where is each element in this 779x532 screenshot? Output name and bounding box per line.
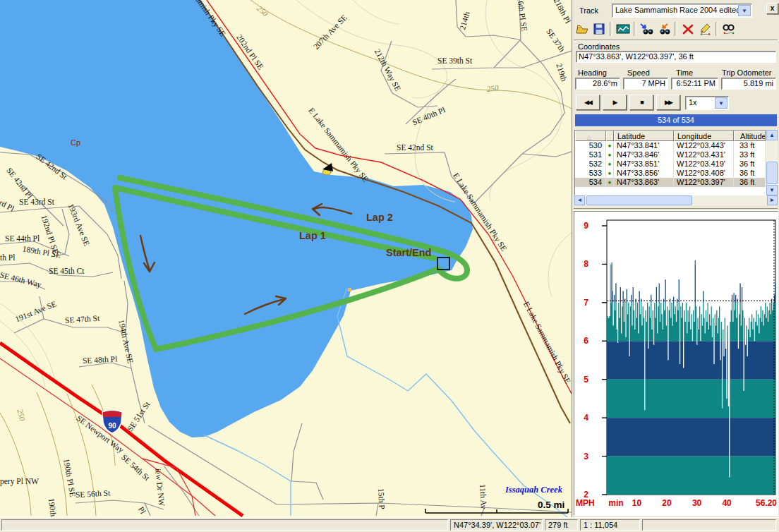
table-vertical-scrollbar[interactable]: ▲ ▼ — [766, 130, 778, 195]
profile-chart-button[interactable] — [615, 21, 632, 37]
toolbar-separator — [675, 22, 677, 36]
water-label: Issaquah Creek — [505, 485, 562, 494]
waypoint-marker-icon: ● — [606, 169, 614, 178]
track-toolbar — [574, 20, 737, 38]
street-label: SE 42nd St — [397, 143, 433, 152]
close-panel-button[interactable]: x — [766, 3, 778, 14]
find-point-button[interactable] — [720, 21, 737, 37]
cell-altitude: 36 ft — [734, 169, 766, 178]
street-label: SE 47th St — [65, 314, 100, 325]
step-back-button[interactable]: ◀◀ — [576, 95, 600, 110]
coordinates-label: Coordinates — [578, 42, 620, 51]
street-label: 190th — [47, 497, 58, 516]
table-row[interactable]: 531●N47°33.846'W122°03.431'33 ft — [575, 150, 766, 159]
scroll-left-icon[interactable]: ◄ — [574, 195, 585, 205]
table-horizontal-scrollbar[interactable]: ◄ ► — [574, 195, 778, 205]
cell-altitude: 36 ft — [734, 178, 766, 187]
map-labels-layer: E Lake Sammamish Pky SE202nd Pl SE207th … — [0, 0, 572, 517]
step-forward-button[interactable]: ▶▶ — [656, 95, 680, 110]
street-label: E Lake Sammamish Pky SE — [168, 0, 227, 38]
delete-point-icon — [682, 23, 694, 35]
contour-label: 250 — [486, 83, 499, 93]
play-button[interactable]: ▶ — [603, 95, 627, 110]
heading-label: Heading — [578, 68, 607, 77]
track-combobox[interactable]: Lake Sammamish Race 2004 edited ▼ — [612, 4, 752, 18]
waypoint-marker-icon: ● — [606, 178, 614, 187]
speed-area-band — [607, 457, 775, 495]
column-header-index[interactable]: △ — [575, 131, 606, 141]
street-label: SE 56th St — [76, 488, 111, 499]
waypoint-marker-icon: ● — [606, 150, 614, 159]
jump-to-end-button[interactable] — [656, 21, 672, 37]
street-label: SE 44th Pl — [5, 234, 40, 243]
street-label: 212th Way SE — [373, 47, 403, 92]
street-label: 202nd Pl SE — [235, 33, 265, 71]
map-canvas[interactable]: 90 E Lake Sammamish Pky SE202nd Pl SE207… — [0, 0, 572, 517]
contour-label: 250 — [255, 4, 270, 18]
column-header-marker[interactable] — [606, 131, 614, 141]
y-axis-label: 4 — [584, 413, 588, 423]
street-label: 214th — [458, 11, 471, 30]
cell-longitude: W122°03.419' — [674, 159, 734, 169]
toolbar-separator — [715, 22, 718, 36]
street-label: 219th — [555, 62, 569, 83]
delete-point-button[interactable] — [680, 21, 696, 37]
table-row[interactable]: 534●N47°33.863'W122°03.397'36 ft — [575, 178, 766, 187]
street-label: SE 54th St — [120, 453, 152, 483]
street-label: E Lake Sammamish Pky SE — [307, 106, 370, 183]
chevron-down-icon[interactable]: ▼ — [738, 5, 751, 16]
x-axis-label: 20 — [662, 498, 672, 508]
chevron-down-icon[interactable]: ▼ — [715, 97, 727, 109]
time-value: 6:52:11 PM — [671, 78, 718, 90]
playback-speed-combobox[interactable]: 1x ▼ — [685, 96, 729, 110]
street-label: SE 40th Pl — [411, 105, 447, 126]
y-axis-label: 8 — [584, 259, 588, 269]
edit-track-button[interactable] — [696, 21, 713, 37]
vertical-scroll-thumb[interactable] — [766, 162, 778, 184]
cell-longitude: W122°03.408' — [674, 169, 734, 178]
trackpoint-table[interactable]: △LatitudeLongitudeAltitude530●N47°33.841… — [574, 130, 766, 195]
odometer-value: 5.819 mi — [721, 78, 776, 90]
open-track-button[interactable] — [574, 21, 591, 37]
x-axis-label: 30 — [692, 498, 702, 508]
street-label: 207th Ave SE — [312, 13, 349, 51]
table-row[interactable]: 532●N47°33.851'W122°03.419'36 ft — [575, 159, 766, 169]
column-header-Altitude[interactable]: Altitude — [734, 131, 766, 141]
street-label: th Pl — [0, 253, 15, 262]
toolbar-separator — [634, 22, 636, 36]
column-header-Longitude[interactable]: Longitude — [674, 131, 734, 141]
street-label: 15th P — [377, 488, 387, 509]
cell-index: 531 — [575, 150, 606, 159]
jump-to-start-button[interactable] — [639, 21, 656, 37]
jump-to-start-icon — [639, 23, 655, 35]
y-axis-label: 6 — [584, 336, 588, 346]
street-label: 216th Pl SE — [515, 0, 529, 32]
column-header-Latitude[interactable]: Latitude — [614, 131, 674, 141]
speed-area-band — [607, 418, 775, 456]
scroll-right-icon[interactable]: ► — [767, 195, 778, 205]
speed-chart-plot[interactable]: 23456789min1020304056.20MPH — [574, 212, 778, 515]
sort-ascending-icon: △ — [586, 134, 591, 140]
find-point-icon — [722, 23, 736, 35]
save-track-button[interactable] — [591, 21, 608, 37]
status-cursor-coords: N47°34.39', W122°03.07' — [450, 519, 543, 531]
street-label: pery Pl NW — [0, 477, 39, 485]
scroll-down-icon[interactable]: ▼ — [766, 185, 778, 195]
table-row[interactable]: 533●N47°33.856'W122°03.408'36 ft — [575, 169, 766, 178]
profile-chart-icon — [616, 23, 630, 35]
x-axis-label: 40 — [722, 498, 732, 508]
street-label: Pl — [137, 505, 147, 515]
x-axis-label: min — [608, 498, 623, 508]
stop-button[interactable]: ■ — [629, 95, 653, 110]
table-row[interactable]: 530●N47°33.841'W122°03.443'33 ft — [575, 141, 766, 150]
cell-altitude: 36 ft — [734, 159, 766, 169]
track-annotation: Lap 1 — [299, 231, 326, 240]
street-label: SE Newport Way — [75, 413, 125, 454]
street-label: 193rd Ave SE — [66, 202, 91, 248]
street-label: SE 46th Way — [0, 270, 42, 289]
status-altitude: 279 ft — [545, 519, 578, 531]
speed-chart[interactable]: 23456789min1020304056.20MPH — [574, 211, 778, 516]
street-label: E Lake Sammamish Pky SE — [452, 171, 509, 253]
horizontal-scroll-thumb[interactable] — [586, 195, 692, 205]
scroll-up-icon[interactable]: ▲ — [766, 130, 778, 140]
